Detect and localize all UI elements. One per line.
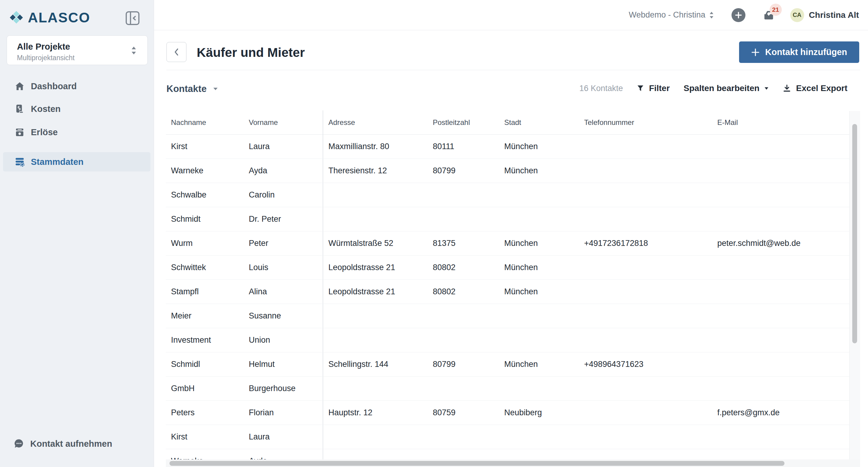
cell-nachname: Stampfl <box>166 287 244 296</box>
caret-down-icon <box>764 87 769 90</box>
horizontal-scrollbar-thumb[interactable] <box>169 461 784 466</box>
sidebar-item-kosten[interactable]: Kosten <box>3 99 150 119</box>
table-row[interactable]: Warneke Ayda Theresienstr. 12 80799 Münc… <box>166 159 860 183</box>
cell-adresse <box>322 376 428 400</box>
column-header-postleitzahl[interactable]: Postleitzahl <box>428 118 499 127</box>
table-row[interactable]: Schmidl Helmut Schellingstr. 144 80799 M… <box>166 353 860 376</box>
table-row[interactable]: Wurm Peter Würmtalstraße 52 81375 Münche… <box>166 231 860 256</box>
cell-stadt: München <box>499 166 579 175</box>
table-body: Kirst Laura Maxmillianstr. 80 80111 Münc… <box>166 135 860 460</box>
plus-icon <box>735 11 742 19</box>
cell-postleitzahl: 80802 <box>428 263 499 272</box>
sidebar-item-label: Erlöse <box>31 127 58 137</box>
vertical-scrollbar-thumb[interactable] <box>852 124 857 343</box>
column-header-stadt[interactable]: Stadt <box>499 118 579 127</box>
caret-down-icon <box>213 87 218 91</box>
chevron-left-icon <box>174 47 180 57</box>
table-row[interactable]: Kirst Laura Maxmillianstr. 80 80111 Münc… <box>166 135 860 159</box>
page-title: Käufer und Mieter <box>197 45 305 60</box>
cell-postleitzahl: 80802 <box>428 287 499 296</box>
cell-nachname: Kirst <box>166 142 244 151</box>
cell-adresse: Hauptstr. 12 <box>322 401 428 425</box>
cell-nachname: Warneke <box>166 166 244 175</box>
cell-stadt: München <box>499 142 579 151</box>
sidebar-item-kontakt-aufnehmen[interactable]: Kontakt aufnehmen <box>3 434 150 454</box>
sidebar-item-label: Dashboard <box>31 81 76 91</box>
cell-vorname: Laura <box>244 142 322 151</box>
table-row[interactable]: Warneke Ayda <box>166 449 860 460</box>
collapse-sidebar-icon[interactable] <box>125 11 140 25</box>
contacts-table: Nachname Vorname Adresse Postleitzahl St… <box>166 110 860 460</box>
cell-postleitzahl: 80799 <box>428 360 499 369</box>
column-header-vorname[interactable]: Vorname <box>244 118 322 127</box>
select-arrows-icon <box>131 46 136 55</box>
cell-adresse: Würmtalstraße 52 <box>322 231 428 255</box>
cell-nachname: Peters <box>166 408 244 418</box>
contact-count: 16 Kontakte <box>579 84 623 93</box>
add-quick-button[interactable] <box>732 8 745 22</box>
avatar[interactable]: CA <box>790 8 804 22</box>
cell-postleitzahl: 80799 <box>428 166 499 175</box>
cell-adresse <box>322 304 428 328</box>
cell-email: f.peters@gmx.de <box>712 408 860 418</box>
back-button[interactable] <box>166 42 186 62</box>
sidebar-item-label: Kosten <box>31 104 61 114</box>
cell-adresse <box>322 328 428 352</box>
table-row[interactable]: Investment Union <box>166 328 860 353</box>
select-arrows-icon <box>709 11 714 19</box>
cell-vorname: Peter <box>244 239 322 248</box>
project-selector[interactable]: Alle Projekte Multiprojektansicht <box>7 35 148 65</box>
view-type-dropdown[interactable]: Kontakte <box>166 84 218 94</box>
cell-adresse <box>322 449 428 460</box>
sidebar-item-stammdaten[interactable]: Stammdaten <box>3 152 150 171</box>
cell-nachname: Wurm <box>166 239 244 248</box>
sidebar-item-dashboard[interactable]: Dashboard <box>3 76 150 96</box>
add-contact-button[interactable]: Kontakt hinzufügen <box>739 41 859 63</box>
table-row[interactable]: Schmidt Dr. Peter <box>166 207 860 231</box>
cell-vorname: Florian <box>244 408 322 418</box>
table-toolbar: 16 Kontakte Filter Spalten bearbeiten Ex… <box>579 84 847 93</box>
sidebar-item-erloese[interactable]: Erlöse <box>3 123 150 142</box>
sidebar: ALASCO Alle Projekte Multiprojektansicht… <box>0 0 154 467</box>
sidebar-footer-label: Kontakt aufnehmen <box>30 439 112 449</box>
cell-nachname: Schwalbe <box>166 190 244 200</box>
plus-icon <box>751 48 760 57</box>
main-area: Webdemo - Christina 21 CA Christina Alt <box>154 0 868 467</box>
project-selector-subtitle: Multiprojektansicht <box>17 54 74 62</box>
column-header-email[interactable]: E-Mail <box>712 118 860 127</box>
cell-nachname: Meier <box>166 311 244 321</box>
cell-vorname: Carolin <box>244 190 322 200</box>
table-row[interactable]: Schwittek Louis Leopoldstrasse 21 80802 … <box>166 256 860 280</box>
table-row[interactable]: Schwalbe Carolin <box>166 183 860 207</box>
filter-button[interactable]: Filter <box>637 84 670 93</box>
table-row[interactable]: GmbH Burgerhouse <box>166 376 860 401</box>
edit-columns-dropdown[interactable]: Spalten bearbeiten <box>684 84 769 93</box>
download-icon <box>783 84 791 93</box>
table-row[interactable]: Stampfl Alina Leopoldstrasse 21 80802 Mü… <box>166 280 860 304</box>
cell-stadt: München <box>499 287 579 296</box>
notifications-button[interactable]: 21 <box>763 8 775 22</box>
workspace-selector[interactable]: Webdemo - Christina <box>629 10 714 20</box>
topbar: Webdemo - Christina 21 CA Christina Alt <box>154 0 868 30</box>
project-selector-title: Alle Projekte <box>17 42 70 52</box>
cell-nachname: Investment <box>166 335 244 345</box>
brand-name: ALASCO <box>28 9 90 26</box>
excel-export-button[interactable]: Excel Export <box>783 84 847 93</box>
view-type-label: Kontakte <box>166 84 207 94</box>
workspace-label: Webdemo - Christina <box>629 10 705 20</box>
table-header-row: Nachname Vorname Adresse Postleitzahl St… <box>166 110 860 135</box>
table-row[interactable]: Peters Florian Hauptstr. 12 80759 Neubib… <box>166 401 860 425</box>
cell-vorname: Louis <box>244 263 322 272</box>
brand-logo[interactable]: ALASCO <box>9 9 90 26</box>
cell-adresse: Theresienstr. 12 <box>322 159 428 183</box>
column-header-nachname[interactable]: Nachname <box>166 118 244 127</box>
table-row[interactable]: Kirst Laura <box>166 425 860 449</box>
cell-nachname: Schmidl <box>166 360 244 369</box>
column-header-adresse[interactable]: Adresse <box>322 110 428 134</box>
cell-vorname: Susanne <box>244 311 322 321</box>
cell-adresse <box>322 183 428 207</box>
chat-bubble-icon <box>13 438 24 449</box>
column-header-telefonnummer[interactable]: Telefonnummer <box>579 118 712 127</box>
table-row[interactable]: Meier Susanne <box>166 304 860 328</box>
cell-postleitzahl: 80111 <box>428 142 499 151</box>
